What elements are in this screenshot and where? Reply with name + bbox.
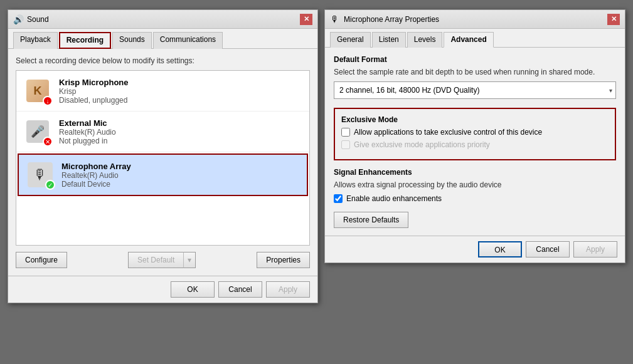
sound-title-icon: 🔊 bbox=[13, 14, 23, 24]
tab-listen[interactable]: Listen bbox=[372, 32, 406, 48]
mic-array-device-info: Microphone Array Realtek(R) Audio Defaul… bbox=[61, 162, 301, 189]
restore-defaults-row: Restore Defaults bbox=[334, 212, 616, 228]
mic-array-icon-container: 🎙 ✓ bbox=[25, 160, 55, 190]
sound-bottom-buttons: OK Cancel Apply bbox=[8, 276, 317, 303]
props-bottom-buttons: OK Cancel Apply bbox=[325, 236, 625, 263]
device-item-microphone-array[interactable]: 🎙 ✓ Microphone Array Realtek(R) Audio De… bbox=[18, 153, 308, 196]
set-default-button[interactable]: Set Default bbox=[128, 252, 183, 268]
allow-exclusive-label: Allow applications to take exclusive con… bbox=[354, 128, 542, 137]
props-dialog: 🎙 Microphone Array Properties ✕ General … bbox=[324, 9, 625, 263]
tab-sounds[interactable]: Sounds bbox=[112, 32, 152, 49]
external-status-icon: ✕ bbox=[43, 137, 53, 147]
props-ok-button[interactable]: OK bbox=[478, 241, 522, 257]
props-title-icon: 🎙 bbox=[330, 14, 340, 24]
krisp-device-name: Krisp Microphone bbox=[59, 78, 303, 87]
props-title-bar: 🎙 Microphone Array Properties ✕ bbox=[325, 10, 625, 29]
sound-ok-button[interactable]: OK bbox=[171, 281, 215, 298]
sound-tab-bar: Playback Recording Sounds Communications bbox=[8, 29, 317, 49]
allow-exclusive-row: Allow applications to take exclusive con… bbox=[341, 128, 609, 137]
device-item-external[interactable]: 🎤 ✕ External Mic Realtek(R) Audio Not pl… bbox=[16, 112, 309, 152]
sound-cancel-button[interactable]: Cancel bbox=[218, 281, 262, 298]
tab-advanced[interactable]: Advanced bbox=[444, 32, 493, 48]
tab-levels[interactable]: Levels bbox=[407, 32, 443, 48]
tab-recording[interactable]: Recording bbox=[59, 32, 111, 49]
enable-audio-row: Enable audio enhancements bbox=[334, 194, 616, 203]
external-device-name: External Mic bbox=[59, 118, 303, 128]
signal-enhancements-desc: Allows extra signal processing by the au… bbox=[334, 180, 616, 189]
tab-general[interactable]: General bbox=[330, 32, 371, 48]
device-list: K ↓ Krisp Microphone Krisp Disabled, unp… bbox=[16, 70, 310, 246]
default-format-section-label: Default Format bbox=[334, 55, 616, 64]
properties-button[interactable]: Properties bbox=[257, 252, 310, 268]
format-dropdown[interactable]: 2 channel, 16 bit, 48000 Hz (DVD Quality… bbox=[334, 81, 616, 99]
enable-audio-label: Enable audio enhancements bbox=[346, 194, 442, 203]
krisp-device-driver: Krisp bbox=[59, 87, 303, 96]
configure-button[interactable]: Configure bbox=[16, 252, 67, 268]
external-device-status: Not plugged in bbox=[59, 137, 303, 145]
set-default-dropdown-button[interactable]: ▾ bbox=[183, 252, 196, 268]
external-device-info: External Mic Realtek(R) Audio Not plugge… bbox=[59, 118, 303, 145]
mic-array-device-status: Default Device bbox=[61, 180, 301, 189]
props-content: Default Format Select the sample rate an… bbox=[325, 48, 625, 236]
props-apply-button[interactable]: Apply bbox=[573, 241, 617, 257]
krisp-device-status: Disabled, unplugged bbox=[59, 96, 303, 105]
signal-enhancements-section: Signal Enhancements Allows extra signal … bbox=[334, 168, 616, 203]
props-cancel-button[interactable]: Cancel bbox=[526, 241, 570, 257]
mic-array-device-name: Microphone Array bbox=[61, 162, 301, 171]
restore-defaults-button[interactable]: Restore Defaults bbox=[334, 212, 408, 228]
props-close-button[interactable]: ✕ bbox=[607, 14, 620, 25]
format-dropdown-wrapper: 2 channel, 16 bit, 48000 Hz (DVD Quality… bbox=[334, 81, 616, 99]
mic-array-device-driver: Realtek(R) Audio bbox=[61, 171, 301, 180]
props-tab-bar: General Listen Levels Advanced bbox=[325, 29, 625, 48]
sound-content: Select a recording device below to modif… bbox=[8, 49, 317, 276]
sound-title-text: Sound bbox=[27, 15, 300, 24]
tab-playback[interactable]: Playback bbox=[13, 32, 58, 49]
give-priority-checkbox[interactable] bbox=[341, 140, 350, 149]
sound-close-button[interactable]: ✕ bbox=[300, 14, 312, 25]
signal-enhancements-label: Signal Enhancements bbox=[334, 168, 616, 177]
sound-dialog: 🔊 Sound ✕ Playback Recording Sounds Comm… bbox=[8, 9, 318, 303]
external-device-driver: Realtek(R) Audio bbox=[59, 128, 303, 137]
default-format-desc: Select the sample rate and bit depth to … bbox=[334, 68, 616, 76]
exclusive-mode-label: Exclusive Mode bbox=[341, 115, 609, 124]
exclusive-mode-section: Exclusive Mode Allow applications to tak… bbox=[334, 108, 616, 160]
krisp-device-info: Krisp Microphone Krisp Disabled, unplugg… bbox=[59, 78, 303, 105]
krisp-icon-container: K ↓ bbox=[23, 76, 53, 106]
tab-communications[interactable]: Communications bbox=[153, 32, 223, 49]
sound-apply-button[interactable]: Apply bbox=[266, 281, 310, 298]
sound-description: Select a recording device below to modif… bbox=[16, 56, 310, 65]
set-default-group: Set Default ▾ bbox=[128, 252, 196, 268]
allow-exclusive-checkbox[interactable] bbox=[341, 128, 350, 137]
enable-audio-checkbox[interactable] bbox=[334, 194, 343, 203]
give-priority-label: Give exclusive mode applications priorit… bbox=[354, 140, 490, 149]
give-priority-row: Give exclusive mode applications priorit… bbox=[341, 140, 609, 149]
device-item-krisp[interactable]: K ↓ Krisp Microphone Krisp Disabled, unp… bbox=[16, 71, 309, 112]
sound-title-bar: 🔊 Sound ✕ bbox=[8, 10, 317, 29]
mic-array-status-icon: ✓ bbox=[45, 180, 55, 190]
external-icon-container: 🎤 ✕ bbox=[23, 117, 53, 147]
krisp-status-icon: ↓ bbox=[43, 96, 53, 106]
props-title-text: Microphone Array Properties bbox=[344, 15, 607, 24]
sound-action-buttons: Configure Set Default ▾ Properties bbox=[16, 252, 310, 268]
